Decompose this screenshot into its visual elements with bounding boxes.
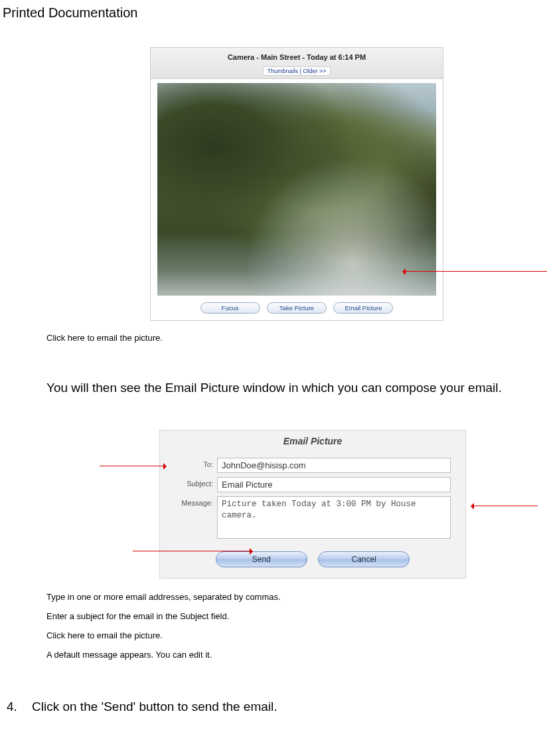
subject-label: Subject: xyxy=(175,477,217,488)
to-field[interactable] xyxy=(217,458,451,473)
annotation-arrow-icon xyxy=(100,463,166,470)
annotation-arrow-icon xyxy=(403,268,547,275)
subject-field[interactable] xyxy=(217,477,451,492)
note-line: Type in one or more email addresses, sep… xyxy=(46,592,547,602)
body-text-compose: You will then see the Email Picture wind… xyxy=(46,379,511,397)
note-line: A default message appears. You can edit … xyxy=(46,650,547,660)
page-title: Printed Documentation xyxy=(3,5,547,21)
email-window-title: Email Picture xyxy=(160,430,465,456)
message-label: Message: xyxy=(175,496,217,507)
camera-window: Camera - Main Street - Today at 6:14 PM … xyxy=(150,47,443,321)
to-label: To: xyxy=(175,458,217,468)
note-line: Click here to email the picture. xyxy=(46,630,547,640)
focus-button[interactable]: Focus xyxy=(200,302,260,314)
annotation-arrow-icon xyxy=(471,503,538,510)
cancel-button[interactable]: Cancel xyxy=(318,551,410,567)
take-picture-button[interactable]: Take Picture xyxy=(267,302,327,314)
instruction-notes: Type in one or more email addresses, sep… xyxy=(46,592,547,660)
step-number: 4. xyxy=(7,700,32,714)
note-line: Enter a subject for the email in the Sub… xyxy=(46,611,547,621)
email-picture-button[interactable]: Email Picture xyxy=(333,302,393,314)
email-picture-window: Email Picture To: Subject: Message: Send… xyxy=(159,430,466,579)
message-field[interactable] xyxy=(217,496,451,539)
camera-title-text: Camera - Main Street - Today at 6:14 PM xyxy=(228,53,366,61)
camera-nav-links[interactable]: Thumbnails | Older >> xyxy=(263,66,331,76)
annotation-arrow-icon xyxy=(133,548,252,555)
step-text: Click on the 'Send' button to send the e… xyxy=(32,700,277,714)
camera-titlebar: Camera - Main Street - Today at 6:14 PM … xyxy=(151,48,443,79)
camera-photo xyxy=(157,83,436,296)
caption-email-picture: Click here to email the picture. xyxy=(46,333,547,343)
